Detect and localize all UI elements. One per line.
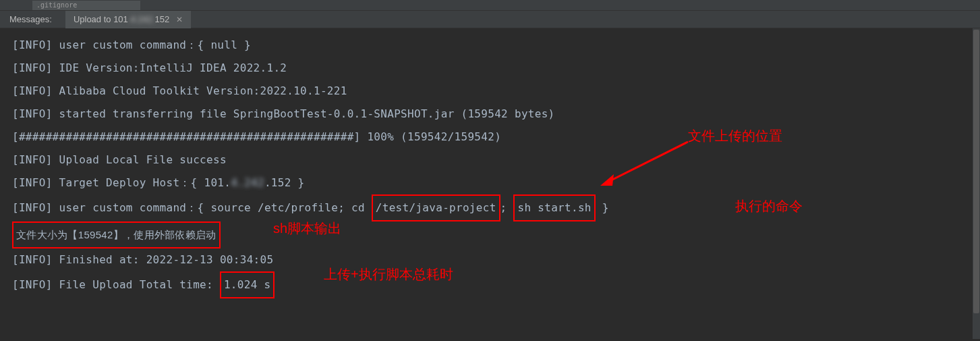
- editor-tab[interactable]: .gitignore: [32, 1, 140, 10]
- editor-tabs-bar: .gitignore: [0, 0, 980, 11]
- annotation-exec-command: 执行的命令: [735, 197, 803, 215]
- log-line: [INFO] IDE Version:IntelliJ IDEA 2022.1.…: [12, 57, 968, 80]
- log-line: [INFO] user custom command：{ source /etc…: [12, 194, 968, 221]
- close-icon[interactable]: ✕: [176, 15, 183, 24]
- log-line: [INFO] Target Deploy Host：{ 101.4.242.15…: [12, 172, 968, 194]
- highlight-sh-output: 文件大小为【159542】，使用外部依赖启动: [12, 221, 221, 248]
- log-line: [INFO] started transferring file SpringB…: [12, 103, 968, 126]
- scrollbar-thumb[interactable]: [973, 30, 979, 313]
- messages-toolbar: Messages: Upload to 101.4.242.152 ✕: [0, 11, 980, 28]
- log-line: [INFO] user custom command：{ null }: [12, 34, 968, 57]
- log-line: [INFO] Upload Local File success: [12, 149, 968, 172]
- log-line: [#######################################…: [12, 126, 968, 149]
- log-line: [INFO] Finished at: 2022-12-13 00:34:05: [12, 248, 968, 271]
- log-line: [INFO] File Upload Total time: 1.024 s: [12, 271, 968, 298]
- annotation-sh-output: sh脚本输出: [273, 219, 341, 238]
- tab-label: .gitignore: [36, 1, 77, 9]
- messages-tab[interactable]: Upload to 101.4.242.152 ✕: [65, 11, 191, 28]
- annotation-total-time: 上传+执行脚本总耗时: [324, 265, 453, 284]
- highlight-time: 1.024 s: [220, 271, 275, 298]
- annotation-upload-location: 文件上传的位置: [688, 127, 782, 145]
- highlight-path: /test/java-project: [372, 194, 500, 221]
- tab-text: Upload to 101.4.242.152: [74, 14, 169, 24]
- log-line: [INFO] Alibaba Cloud Toolkit Version:202…: [12, 80, 968, 103]
- log-line: 文件大小为【159542】，使用外部依赖启动: [12, 221, 968, 248]
- highlight-command: sh start.sh: [513, 194, 595, 221]
- console-output: [INFO] user custom command：{ null } [INF…: [0, 28, 980, 304]
- messages-label: Messages:: [9, 14, 52, 24]
